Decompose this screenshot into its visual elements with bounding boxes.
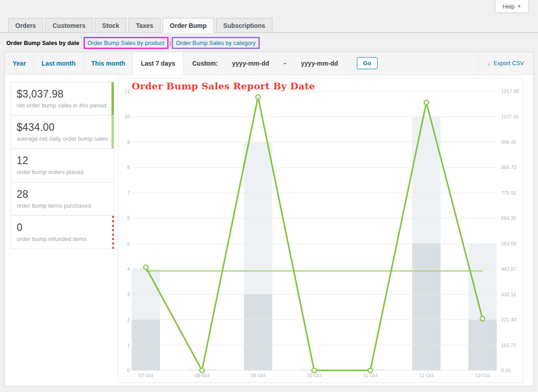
bar-order-bump-orders-placed xyxy=(244,294,272,370)
chart-title: Order Bump Sales Report By Date xyxy=(132,80,315,92)
right-axis-tick: 885.73 xyxy=(501,165,516,170)
chart-panel: Order Bump Sales Report By Date 01234567… xyxy=(118,78,524,383)
right-axis-tick: 332.15 xyxy=(501,292,516,297)
date-range-dash: – xyxy=(284,60,287,67)
help-button[interactable]: Help ▼ xyxy=(495,0,529,13)
stat-value: 0 xyxy=(17,222,107,234)
tab-stock[interactable]: Stock xyxy=(95,18,126,33)
tab-order-bump[interactable]: Order Bump xyxy=(163,18,214,33)
custom-range-label: Custom: xyxy=(192,60,218,67)
left-axis-tick: 4 xyxy=(127,266,130,272)
right-axis-tick: 442.87 xyxy=(501,266,516,272)
range-last-7-days[interactable]: Last 7 days xyxy=(133,52,183,74)
filter-spacer xyxy=(387,52,478,74)
net-sales-point xyxy=(144,265,148,270)
stat-value: 28 xyxy=(17,188,108,200)
go-button[interactable]: Go xyxy=(357,57,378,69)
net-sales-point xyxy=(368,368,373,373)
custom-range-section: Custom: – Go xyxy=(183,52,387,74)
right-axis-tick: 1217.88 xyxy=(501,89,519,94)
tab-subscriptions[interactable]: Subscriptions xyxy=(216,18,272,33)
left-axis-tick: 10 xyxy=(124,114,130,119)
right-axis-tick: 996.45 xyxy=(501,139,516,145)
right-axis-tick: 0.00 xyxy=(501,368,511,373)
help-label: Help xyxy=(502,3,515,10)
subnav-current-page: Order Bump Sales by date xyxy=(6,40,80,46)
x-axis-tick: 11 Oct xyxy=(363,373,378,378)
left-axis-tick: 0 xyxy=(127,368,130,373)
x-axis-tick: 10 Oct xyxy=(307,373,321,378)
stat-value: 12 xyxy=(17,155,108,167)
right-axis-tick: 110.72 xyxy=(501,343,516,348)
bar-order-bump-orders-placed xyxy=(412,244,440,370)
right-axis-tick: 1107.16 xyxy=(501,114,519,119)
x-axis-tick: 09 Oct xyxy=(251,373,265,378)
net-sales-point xyxy=(424,100,429,105)
left-axis-tick: 8 xyxy=(127,165,130,170)
left-axis-tick: 2 xyxy=(127,317,130,322)
net-sales-point xyxy=(200,368,204,373)
left-axis-tick: 11 xyxy=(125,89,130,94)
range-links: YearLast monthThis monthLast 7 days xyxy=(5,52,183,74)
left-axis-tick: 9 xyxy=(127,139,130,145)
stat-label: order bump refunded items xyxy=(17,235,107,243)
left-axis-tick: 3 xyxy=(127,292,130,297)
left-axis-tick: 5 xyxy=(127,241,130,246)
export-csv-label: Export CSV xyxy=(494,60,524,67)
stat-value: $434.00 xyxy=(17,121,108,134)
report-postbox: YearLast monthThis monthLast 7 days Cust… xyxy=(4,52,534,386)
stat-card-order-bump-orders-placed: 12order bump orders placed xyxy=(11,149,114,182)
stat-card-average-net-daily-order-bump-sales: $434.00average net daily order bump sale… xyxy=(11,116,114,149)
right-axis-tick: 221.43 xyxy=(501,317,516,322)
stat-label: order bump orders placed xyxy=(17,168,108,176)
stat-label: net order bump sales in this period xyxy=(17,102,108,110)
stat-value: $3,037.98 xyxy=(17,88,108,100)
stat-label: order bump items purchased xyxy=(17,202,108,210)
net-sales-point xyxy=(312,368,316,373)
right-axis-tick: 775.01 xyxy=(501,190,516,196)
x-axis-tick: 13 Oct xyxy=(475,373,489,378)
subnav-link-order-bump-sales-by-product[interactable]: Order Bump Sales by product xyxy=(84,37,169,49)
stat-label: average net daily order bump sales xyxy=(17,135,108,143)
date-from-input[interactable] xyxy=(224,60,277,67)
stats-legend: $3,037.98net order bump sales in this pe… xyxy=(11,82,114,249)
tab-customers[interactable]: Customers xyxy=(45,18,93,33)
right-axis-tick: 664.30 xyxy=(501,215,516,221)
left-axis-tick: 6 xyxy=(127,215,130,221)
range-last-month[interactable]: Last month xyxy=(34,52,84,74)
subnav-link-order-bump-sales-by-category[interactable]: Order Bump Sales by category xyxy=(172,37,260,49)
subnav-separator: | xyxy=(169,40,171,46)
sales-chart: 012345678910111217.881107.16996.45885.73… xyxy=(118,79,523,383)
filter-bar: YearLast monthThis monthLast 7 days Cust… xyxy=(5,52,533,75)
stat-card-net-order-bump-sales-in-this-period: $3,037.98net order bump sales in this pe… xyxy=(11,82,114,116)
x-axis-tick: 12 Oct xyxy=(419,373,433,378)
net-sales-point xyxy=(256,95,260,99)
subnav-links: Order Bump Sales by product|Order Bump S… xyxy=(83,37,260,49)
tab-orders[interactable]: Orders xyxy=(8,18,43,33)
x-axis-tick: 08 Oct xyxy=(195,373,209,378)
report-body: $3,037.98net order bump sales in this pe… xyxy=(5,75,533,386)
range-year[interactable]: Year xyxy=(5,52,34,74)
x-axis-tick: 07 Oct xyxy=(138,373,153,378)
stat-card-order-bump-items-purchased: 28order bump items purchased xyxy=(11,183,114,216)
report-tabs: OrdersCustomersStockTaxesOrder BumpSubsc… xyxy=(0,18,538,33)
date-to-input[interactable] xyxy=(293,60,346,67)
range-this-month[interactable]: This month xyxy=(84,52,133,74)
stat-card-order-bump-refunded-items: 0order bump refunded items xyxy=(11,216,114,249)
export-csv-button[interactable]: ↓ Export CSV xyxy=(478,52,533,74)
net-sales-point xyxy=(480,316,485,321)
download-arrow-icon: ↓ xyxy=(488,60,491,67)
right-axis-tick: 553.58 xyxy=(501,241,516,246)
left-axis-tick: 7 xyxy=(127,190,130,196)
chevron-down-icon: ▼ xyxy=(517,4,521,9)
subnav: Order Bump Sales by date Order Bump Sale… xyxy=(0,33,538,53)
tab-taxes[interactable]: Taxes xyxy=(129,18,160,33)
left-axis-tick: 1 xyxy=(127,343,130,348)
